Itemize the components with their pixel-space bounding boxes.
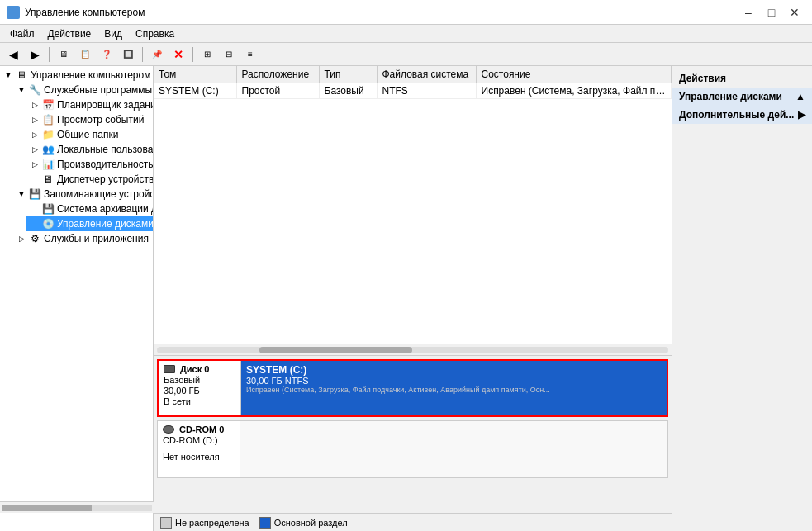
col-status[interactable]: Состояние [476, 66, 672, 83]
performance-icon: 📊 [41, 158, 55, 171]
cdrom0-empty-partition [240, 421, 667, 477]
toolbar-separator-2 [142, 47, 143, 62]
tree-item-services[interactable]: ▼ 🔧 Служебные программы [13, 83, 153, 97]
back-button[interactable]: ◀ [3, 45, 23, 64]
legend-color-unallocated [160, 517, 172, 529]
cdrom0-icon [163, 425, 174, 434]
left-panel-scrollbar[interactable] [0, 501, 154, 513]
tree-root[interactable]: ▼ 🖥 Управление компьютером (л [0, 68, 153, 83]
disk0-row: Диск 0 Базовый 30,00 ГБ В сети SYSTEM (C… [157, 359, 668, 417]
scheduler-icon: 📅 [41, 98, 55, 111]
localusers-icon: 👥 [41, 143, 55, 156]
tree-item-storage[interactable]: ▼ 💾 Запоминающие устройст... [13, 187, 153, 201]
maximize-button[interactable]: □ [761, 4, 782, 21]
legend-label-primary: Основной раздел [274, 518, 348, 528]
close-button[interactable]: ✕ [784, 4, 805, 21]
toolbar-icon-4[interactable]: 🔲 [118, 45, 138, 64]
actions-more-icon: ▶ [798, 109, 805, 121]
title-bar-buttons: – □ ✕ [738, 4, 805, 21]
diskmanagement-icon: 💿 [41, 217, 55, 230]
expand-services: ▼ [15, 83, 28, 97]
tree-backup-label: Система архивации да... [57, 203, 154, 215]
disk0-name: Диск 0 [164, 364, 235, 374]
computer-icon: 🖥 [15, 69, 28, 82]
cdrom0-type: CD-ROM (D:) [163, 435, 235, 445]
horizontal-scrollbar[interactable] [154, 344, 672, 356]
tree-storage-label: Запоминающие устройст... [44, 188, 154, 200]
cell-volume: SYSTEM (C:) [154, 83, 236, 99]
actions-collapse-icon: ▲ [795, 91, 805, 102]
sharedfolder-icon: 📁 [41, 128, 55, 141]
scrollbar-thumb[interactable] [259, 347, 413, 353]
col-filesystem[interactable]: Файловая система [377, 66, 476, 83]
toolbar-icon-8[interactable]: ⊟ [219, 45, 239, 64]
partition-name: SYSTEM (C:) [246, 364, 662, 376]
left-panel: ▼ 🖥 Управление компьютером (л ▼ 🔧 Служеб… [0, 66, 154, 531]
actions-section-more-label: Дополнительные дей... [679, 109, 794, 121]
partition-system-c[interactable]: SYSTEM (C:) 30,00 ГБ NTFS Исправен (Сист… [241, 361, 667, 415]
toolbar-icon-7[interactable]: ⊞ [197, 45, 217, 64]
partition-size: 30,00 ГБ NTFS [246, 376, 662, 386]
tree-item-sharedfolders[interactable]: ▷ 📁 Общие папки [26, 127, 153, 142]
tree-services-label: Служебные программы [44, 84, 152, 96]
expand-scheduler: ▷ [28, 98, 41, 111]
app-icon [7, 6, 20, 19]
disk0-info: Диск 0 Базовый 30,00 ГБ В сети [159, 361, 241, 415]
window-title: Управление компьютером [25, 7, 738, 18]
forward-button[interactable]: ▶ [25, 45, 45, 64]
disk0-icon [164, 365, 175, 373]
menu-action[interactable]: Действие [41, 26, 98, 41]
cdrom0-info: CD-ROM 0 CD-ROM (D:) Нет носителя [158, 421, 240, 477]
expand-localusers: ▷ [28, 143, 41, 156]
menu-view[interactable]: Вид [97, 26, 129, 41]
actions-title: Действия [672, 69, 812, 88]
tree-item-eventviewer[interactable]: ▷ 📋 Просмотр событий [26, 112, 153, 127]
storage-icon: 💾 [28, 187, 41, 201]
toolbar-separator-3 [192, 47, 193, 62]
tree-item-backup[interactable]: 💾 Система архивации да... [26, 201, 153, 216]
tree-item-servicesapps[interactable]: ▷ ⚙ Службы и приложения [13, 231, 153, 246]
actions-section-diskmanagement[interactable]: Управление дисками ▲ [672, 88, 812, 106]
right-panel: Том Расположение Тип Файловая система Со… [154, 66, 672, 531]
main-layout: ▼ 🖥 Управление компьютером (л ▼ 🔧 Служеб… [0, 66, 812, 531]
toolbar-icon-2[interactable]: 📋 [75, 45, 95, 64]
table-row[interactable]: SYSTEM (C:) Простой Базовый NTFS Исправе… [154, 83, 672, 99]
disk0-size: 30,00 ГБ [164, 386, 235, 396]
col-location[interactable]: Расположение [236, 66, 319, 83]
menu-bar: Файл Действие Вид Справка [0, 25, 812, 43]
menu-file[interactable]: Файл [3, 26, 41, 41]
toolbar-icon-5[interactable]: 📌 [147, 45, 167, 64]
menu-help[interactable]: Справка [129, 26, 181, 41]
tree-item-localusers[interactable]: ▷ 👥 Локальные пользоват... [26, 142, 153, 157]
toolbar-icon-6[interactable]: ✕ [169, 45, 188, 64]
tree-item-scheduler[interactable]: ▷ 📅 Планировщик заданий [26, 97, 153, 112]
expand-storage: ▼ [15, 187, 28, 201]
expand-root: ▼ [2, 69, 15, 82]
disk-visual-area: Диск 0 Базовый 30,00 ГБ В сети SYSTEM (C… [154, 356, 672, 513]
cell-filesystem: NTFS [377, 83, 476, 99]
actions-section-more[interactable]: Дополнительные дей... ▶ [672, 106, 812, 124]
minimize-button[interactable]: – [738, 4, 759, 21]
toolbar-icon-1[interactable]: 🖥 [54, 45, 74, 64]
disk-table: Том Расположение Тип Файловая система Со… [154, 66, 672, 99]
legend-unallocated: Не распределена [160, 517, 249, 529]
legend-label-unallocated: Не распределена [175, 518, 249, 528]
tree-item-devicemanager[interactable]: 🖥 Диспетчер устройств [26, 172, 153, 187]
col-type[interactable]: Тип [319, 66, 377, 83]
cell-location: Простой [236, 83, 319, 99]
backup-icon: 💾 [41, 202, 55, 216]
expand-servicesapps: ▷ [15, 232, 28, 245]
disk0-status: В сети [164, 396, 235, 406]
col-volume[interactable]: Том [154, 66, 236, 83]
devicemanager-icon: 🖥 [41, 173, 55, 186]
expand-sharedfolders: ▷ [28, 128, 41, 141]
actions-panel: Действия Управление дисками ▲ Дополнител… [672, 66, 812, 531]
cdrom0-row: CD-ROM 0 CD-ROM (D:) Нет носителя [157, 420, 668, 478]
tree-eventviewer-label: Просмотр событий [57, 114, 144, 126]
scrollbar-track[interactable] [157, 347, 668, 353]
toolbar-icon-3[interactable]: ❓ [97, 45, 116, 64]
tree-servicesapps-label: Службы и приложения [44, 233, 149, 244]
tree-item-performance[interactable]: ▷ 📊 Производительность [26, 157, 153, 172]
tree-item-diskmanagement[interactable]: 💿 Управление дисками [26, 216, 153, 231]
toolbar-icon-9[interactable]: ≡ [240, 45, 260, 64]
